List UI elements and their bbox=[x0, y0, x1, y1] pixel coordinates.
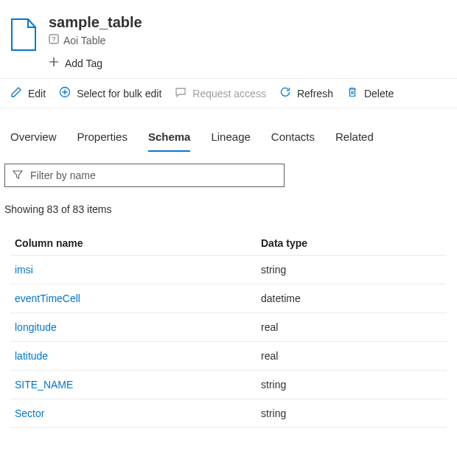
column-type: real bbox=[261, 350, 442, 362]
request-access-label: Request access bbox=[192, 88, 266, 99]
filter-wrap bbox=[0, 152, 457, 187]
result-count: Showing 83 of 83 items bbox=[0, 187, 457, 218]
tab-contacts[interactable]: Contacts bbox=[271, 130, 315, 152]
divider bbox=[0, 108, 457, 108]
table-row: imsistring bbox=[10, 256, 447, 284]
comment-icon bbox=[175, 86, 186, 100]
asset-header: sample_table ? Aoi Table Add Tag bbox=[0, 0, 457, 78]
tab-schema[interactable]: Schema bbox=[148, 130, 191, 152]
column-type: datetime bbox=[261, 293, 442, 304]
asset-title: sample_table bbox=[49, 13, 142, 31]
tab-bar: Overview Properties Schema Lineage Conta… bbox=[0, 120, 457, 152]
column-name-link[interactable]: latitude bbox=[15, 350, 261, 362]
tab-properties[interactable]: Properties bbox=[77, 130, 128, 152]
column-type: string bbox=[261, 407, 442, 419]
pencil-icon bbox=[10, 86, 22, 100]
schema-table: Column name Data type imsistringeventTim… bbox=[0, 218, 457, 428]
asset-type-row: ? Aoi Table bbox=[49, 34, 142, 46]
column-type: real bbox=[261, 321, 442, 333]
column-name-link[interactable]: imsi bbox=[15, 264, 261, 276]
trash-icon bbox=[346, 86, 358, 100]
add-tag-label: Add Tag bbox=[65, 57, 102, 69]
header-text: sample_table ? Aoi Table Add Tag bbox=[49, 13, 142, 69]
add-tag-button[interactable]: Add Tag bbox=[49, 57, 142, 69]
column-name-link[interactable]: SITE_NAME bbox=[15, 379, 261, 391]
asset-type-label: Aoi Table bbox=[63, 35, 105, 46]
bulk-edit-label: Select for bulk edit bbox=[77, 88, 161, 99]
table-header: Column name Data type bbox=[10, 231, 447, 256]
delete-button[interactable]: Delete bbox=[346, 86, 394, 100]
toolbar: Edit Select for bulk edit Request access… bbox=[0, 79, 457, 108]
tab-lineage[interactable]: Lineage bbox=[211, 130, 250, 152]
table-type-icon: ? bbox=[49, 34, 59, 46]
table-body: imsistringeventTimeCelldatetimelongitude… bbox=[10, 256, 447, 428]
table-row: longitudereal bbox=[10, 313, 447, 342]
table-row: eventTimeCelldatetime bbox=[10, 284, 447, 313]
request-access-button: Request access bbox=[175, 86, 266, 100]
refresh-label: Refresh bbox=[297, 88, 333, 99]
file-icon bbox=[10, 18, 37, 52]
bulk-edit-button[interactable]: Select for bulk edit bbox=[59, 86, 161, 100]
table-row: SITE_NAMEstring bbox=[10, 371, 447, 399]
refresh-icon bbox=[279, 86, 291, 100]
filter-icon bbox=[13, 169, 23, 182]
table-row: latitudereal bbox=[10, 342, 447, 371]
col-header-type[interactable]: Data type bbox=[261, 237, 442, 249]
delete-label: Delete bbox=[364, 88, 394, 99]
refresh-button[interactable]: Refresh bbox=[279, 86, 333, 100]
plus-circle-icon bbox=[59, 86, 71, 100]
filter-box[interactable] bbox=[4, 164, 285, 187]
column-type: string bbox=[261, 264, 442, 276]
col-header-name[interactable]: Column name bbox=[15, 237, 261, 249]
tab-related[interactable]: Related bbox=[335, 130, 374, 152]
svg-text:?: ? bbox=[52, 35, 55, 43]
column-type: string bbox=[261, 379, 442, 391]
table-row: Sectorstring bbox=[10, 399, 447, 428]
column-name-link[interactable]: longitude bbox=[15, 321, 261, 333]
plus-icon bbox=[49, 57, 59, 69]
edit-button[interactable]: Edit bbox=[10, 86, 46, 100]
column-name-link[interactable]: eventTimeCell bbox=[15, 293, 261, 304]
edit-label: Edit bbox=[28, 88, 46, 99]
filter-input[interactable] bbox=[29, 169, 276, 182]
tab-overview[interactable]: Overview bbox=[10, 130, 57, 152]
column-name-link[interactable]: Sector bbox=[15, 407, 261, 419]
